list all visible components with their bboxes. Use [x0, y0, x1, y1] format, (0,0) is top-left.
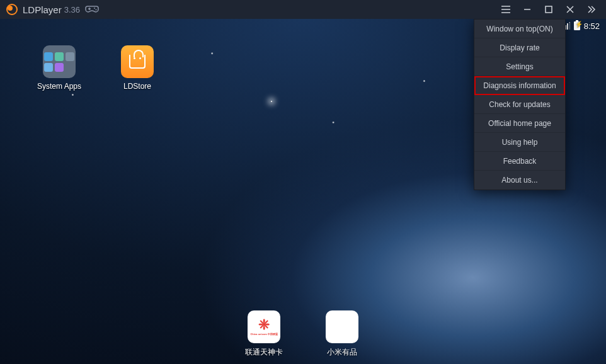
ldplayer-logo-icon: [6, 4, 18, 15]
menu-item-display-rate[interactable]: Display rate: [474, 38, 565, 57]
battery-charging-icon: [574, 21, 580, 30]
ldstore-icon: [121, 45, 154, 78]
svg-point-0: [94, 8, 95, 9]
hamburger-menu-button[interactable]: [495, 0, 517, 19]
menu-item-about[interactable]: About us...: [474, 171, 565, 190]
unicom-icon: ❈ China unicom 中国联通: [248, 310, 280, 343]
app-icon-youpin[interactable]: 有品 小米有品: [321, 310, 363, 358]
app-version: 3.36: [64, 5, 80, 14]
controller-icon: [85, 5, 99, 14]
app-icon-system-apps[interactable]: System Apps: [38, 45, 81, 91]
expand-sidebar-button[interactable]: [581, 0, 602, 19]
close-button[interactable]: [559, 0, 581, 19]
status-time: 8:52: [584, 21, 600, 31]
desktop-icons-row: System Apps LDStore: [38, 45, 159, 91]
menu-item-check-updates[interactable]: Check for updates: [474, 95, 565, 114]
menu-item-official-home[interactable]: Official home page: [474, 114, 565, 133]
menu-item-settings[interactable]: Settings: [474, 57, 565, 76]
app-name: LDPlayer: [23, 4, 62, 15]
svg-rect-2: [546, 6, 552, 13]
app-label: System Apps: [37, 82, 81, 91]
maximize-button[interactable]: [538, 0, 559, 19]
minimize-button[interactable]: [517, 0, 538, 19]
svg-point-1: [96, 9, 97, 11]
app-label: LDStore: [123, 82, 151, 91]
folder-icon: [43, 45, 76, 78]
menu-item-diagnosis-information[interactable]: Diagnosis information: [474, 76, 565, 95]
app-label: 联通天神卡: [245, 347, 283, 358]
app-icon-unicom[interactable]: ❈ China unicom 中国联通 联通天神卡: [243, 310, 285, 358]
youpin-icon: 有品: [326, 310, 358, 343]
menu-item-using-help[interactable]: Using help: [474, 133, 565, 152]
settings-dropdown-menu: Window on top(ON) Display rate Settings …: [474, 19, 566, 190]
emulator-viewport: 8:52 System Apps LDStore ❈ China unicom …: [0, 19, 606, 364]
titlebar: LDPlayer 3.36: [0, 0, 606, 19]
menu-item-feedback[interactable]: Feedback: [474, 152, 565, 171]
dock-icons-row: ❈ China unicom 中国联通 联通天神卡 有品 小米有品: [243, 310, 363, 358]
app-icon-ldstore[interactable]: LDStore: [116, 45, 159, 91]
app-label: 小米有品: [327, 347, 357, 358]
menu-item-window-on-top[interactable]: Window on top(ON): [474, 20, 565, 38]
